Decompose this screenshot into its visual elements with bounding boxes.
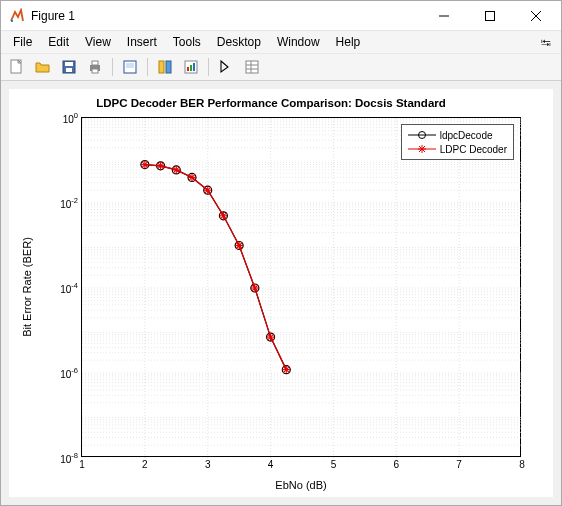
- svg-rect-20: [246, 61, 258, 73]
- y-tick: 10-6: [60, 366, 82, 379]
- minimize-button[interactable]: [421, 1, 467, 31]
- toolbar-separator: [147, 58, 148, 76]
- menu-file[interactable]: File: [5, 33, 40, 51]
- svg-rect-19: [193, 63, 195, 71]
- open-button[interactable]: [31, 56, 55, 78]
- x-tick: 2: [142, 456, 148, 470]
- link-plot-button[interactable]: [153, 56, 177, 78]
- edit-plot-button[interactable]: [214, 56, 238, 78]
- open-property-inspector-button[interactable]: [240, 56, 264, 78]
- menubar: File Edit View Insert Tools Desktop Wind…: [1, 31, 561, 53]
- menu-help[interactable]: Help: [328, 33, 369, 51]
- legend-item-ldpcdecode: ldpcDecode: [408, 128, 507, 142]
- x-tick: 5: [331, 456, 337, 470]
- window-title: Figure 1: [31, 9, 421, 23]
- menu-desktop[interactable]: Desktop: [209, 33, 269, 51]
- svg-rect-10: [92, 61, 98, 65]
- svg-rect-17: [187, 67, 189, 71]
- legend-label: ldpcDecode: [440, 130, 493, 141]
- legend-item-ldpc-decoder: LDPC Decoder: [408, 142, 507, 156]
- chart-title: LDPC Decoder BER Performance Comparison:…: [9, 97, 533, 109]
- legend-swatch-ldpc-decoder: [408, 143, 436, 155]
- x-tick: 1: [79, 456, 85, 470]
- x-tick: 7: [456, 456, 462, 470]
- plot-container: LDPC Decoder BER Performance Comparison:…: [9, 89, 553, 497]
- x-axis-label: EbNo (dB): [81, 479, 521, 491]
- axes[interactable]: 10010-210-410-610-8 12345678 ldpcDecode …: [81, 117, 521, 457]
- dock-icon[interactable]: ⭾: [541, 37, 557, 48]
- y-tick: 100: [63, 111, 82, 124]
- menu-window[interactable]: Window: [269, 33, 328, 51]
- maximize-button[interactable]: [467, 1, 513, 31]
- svg-rect-14: [159, 61, 164, 73]
- plot-surface: [82, 118, 522, 458]
- menu-tools[interactable]: Tools: [165, 33, 209, 51]
- y-axis-label: Bit Error Rate (BER): [19, 117, 35, 457]
- x-tick: 4: [268, 456, 274, 470]
- legend-swatch-ldpcdecode: [408, 129, 436, 141]
- svg-rect-8: [66, 68, 72, 72]
- menu-insert[interactable]: Insert: [119, 33, 165, 51]
- insert-colorbar-button[interactable]: [179, 56, 203, 78]
- close-button[interactable]: [513, 1, 559, 31]
- svg-rect-15: [166, 61, 171, 73]
- y-tick: 10-4: [60, 281, 82, 294]
- menu-edit[interactable]: Edit: [40, 33, 77, 51]
- svg-rect-11: [92, 69, 98, 73]
- figure-area: LDPC Decoder BER Performance Comparison:…: [1, 81, 561, 505]
- svg-rect-18: [190, 65, 192, 71]
- toolbar: [1, 53, 561, 81]
- x-tick: 3: [205, 456, 211, 470]
- legend[interactable]: ldpcDecode LDPC Decoder: [401, 124, 514, 160]
- svg-rect-7: [65, 62, 73, 66]
- svg-rect-2: [486, 11, 495, 20]
- toolbar-separator: [112, 58, 113, 76]
- print-button[interactable]: [83, 56, 107, 78]
- svg-point-0: [11, 20, 13, 22]
- matlab-figure-icon: [9, 8, 25, 24]
- y-tick: 10-2: [60, 196, 82, 209]
- print-preview-button[interactable]: [118, 56, 142, 78]
- titlebar: Figure 1: [1, 1, 561, 31]
- toolbar-separator: [208, 58, 209, 76]
- menu-view[interactable]: View: [77, 33, 119, 51]
- x-tick: 6: [394, 456, 400, 470]
- svg-rect-13: [126, 63, 134, 68]
- legend-label: LDPC Decoder: [440, 144, 507, 155]
- x-tick: 8: [519, 456, 525, 470]
- new-figure-button[interactable]: [5, 56, 29, 78]
- save-button[interactable]: [57, 56, 81, 78]
